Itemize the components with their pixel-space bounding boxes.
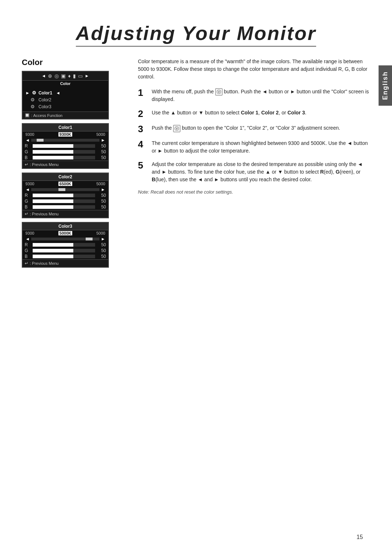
osd-icon-2: ◎: [54, 73, 59, 79]
color2-g-bar: [33, 199, 95, 203]
osd-item-color1: ► ⚙ Color1 ◄: [25, 89, 105, 96]
color3-r-val: 50: [98, 242, 106, 247]
color2-slider-row: ◄ ►: [23, 187, 108, 193]
color2-b-bar: [33, 205, 95, 209]
color3-b-val: 50: [98, 254, 106, 259]
color3-right-arrow: ►: [101, 236, 105, 242]
color3-g-bar: [33, 249, 95, 252]
color1-b-val: 50: [98, 155, 106, 160]
osd-icon-6: ▭: [78, 73, 83, 79]
color2-temp-right: 5000: [97, 182, 105, 186]
color3-g-val: 50: [98, 248, 106, 253]
prev-menu-icon1: ↵: [25, 162, 28, 167]
color1-r-val: 50: [98, 143, 106, 149]
color1-r-label: R: [25, 143, 30, 149]
osd-icon-1: ⊕: [48, 73, 52, 79]
color1-slider-block: [37, 139, 44, 142]
osd-item-icon2: ⚙: [30, 97, 35, 102]
color1-prev-menu: ↵ : Previous Menu: [23, 161, 108, 168]
color1-g-label: G: [25, 149, 30, 154]
section-title: Color: [22, 58, 123, 67]
english-tab: English: [379, 65, 392, 106]
prev-menu-label1: : Previous Menu: [30, 162, 58, 167]
color3-box: Color3 9300 5000K 5000 ◄ ► R 50: [22, 222, 109, 268]
step-3-text: Push the ⓥ button to open the "Color 1",…: [152, 124, 340, 132]
osd-right-arrow: ►: [85, 73, 89, 78]
color1-r-bar: [33, 144, 95, 148]
color2-g-label: G: [25, 199, 30, 204]
step-1: 1 With the menu off, push the ⓥ button. …: [138, 88, 370, 103]
access-fn-icon: 🔲: [25, 113, 30, 118]
color3-b-row: B 50: [23, 254, 108, 259]
color2-r-label: R: [25, 193, 30, 198]
prev-menu-label2: : Previous Menu: [30, 212, 58, 216]
osd-left-arrow: ◄: [42, 73, 46, 78]
color2-title: Color2: [23, 173, 108, 181]
color1-b-row: B 50: [23, 155, 108, 161]
color2-b-label: B: [25, 204, 30, 210]
color3-title: Color3: [23, 223, 108, 230]
color3-slider-row: ◄ ►: [23, 236, 108, 242]
steps-list: 1 With the menu off, push the ⓥ button. …: [138, 88, 370, 183]
color1-slider-track: [31, 139, 99, 142]
color3-b-bar: [33, 255, 95, 258]
color1-g-row: G 50: [23, 149, 108, 155]
color2-left-arrow: ◄: [25, 187, 30, 192]
color1-temp-left: 9300: [25, 132, 34, 137]
color2-b-row: B 50: [23, 204, 108, 210]
color1-temp-mid: 9300K: [58, 132, 72, 137]
prev-menu-icon2: ↵: [25, 211, 28, 216]
left-panel: Color ◄ ⊕ ◎ ▣ ♦ ▮ ▭ ► Color Color ► ⚙: [22, 58, 123, 271]
osd-icon-5: ▮: [73, 73, 76, 79]
color1-box: Color1 9300 9300K 5000 ◄ ► R 50: [22, 123, 109, 169]
color1-g-val: 50: [98, 149, 106, 154]
step-5-text: Adjust the color temperature as close to…: [152, 161, 370, 183]
step-3-number: 3: [138, 124, 147, 134]
color1-right-arrow: ►: [101, 138, 105, 143]
osd-access-fn: 🔲 : Access Function: [23, 112, 108, 119]
color1-b-label: B: [25, 155, 30, 160]
color3-slider-track: [31, 238, 99, 240]
step-2: 2 Use the ▲ button or ▼ button to select…: [138, 109, 370, 118]
osd-icon-4: ♦: [68, 73, 70, 79]
step-4: 4 The current color temperature is shown…: [138, 139, 370, 155]
color3-temp-right: 5000: [97, 231, 105, 235]
color3-r-label: R: [25, 242, 30, 247]
step-4-text: The current color temperature is shown h…: [152, 139, 370, 155]
color3-temps: 9300 5000K 5000: [23, 230, 108, 236]
color3-prev-menu: ↵ : Previous Menu: [23, 259, 108, 267]
color3-b-label: B: [25, 254, 30, 259]
osd-item-right-arrow: ◄: [56, 90, 60, 96]
enter-button-icon2: ⓥ: [173, 125, 180, 132]
step-1-text: With the menu off, push the ⓥ button. Pu…: [152, 88, 370, 103]
step-4-number: 4: [138, 139, 147, 149]
osd-item-icon: ⚙: [32, 90, 36, 96]
color3-g-row: G 50: [23, 248, 108, 254]
color1-r-row: R 50: [23, 143, 108, 149]
color2-g-val: 50: [98, 199, 106, 204]
color2-b-val: 50: [98, 204, 106, 210]
color3-g-label: G: [25, 248, 30, 253]
osd-icon-3: ▣: [61, 73, 66, 79]
step-2-text: Use the ▲ button or ▼ button to select C…: [152, 109, 306, 117]
color2-slider-track: [31, 188, 99, 191]
color1-temps: 9300 9300K 5000: [23, 131, 108, 137]
color2-temp-mid: 6500K: [58, 182, 72, 186]
osd-item-label3: Color3: [38, 104, 51, 109]
right-panel: Color temperature is a measure of the "w…: [138, 58, 370, 271]
color1-slider-row: ◄ ►: [23, 137, 108, 143]
osd-item-color3: ⚙ Color3: [25, 103, 105, 110]
color2-prev-menu: ↵ : Previous Menu: [23, 210, 108, 218]
osd-item-icon3: ⚙: [30, 104, 35, 109]
page-title: Adjusting Your Monitor: [76, 22, 317, 47]
color2-right-arrow: ►: [101, 187, 105, 192]
osd-main-box: ◄ ⊕ ◎ ▣ ♦ ▮ ▭ ► Color Color ► ⚙ Color1 ◄: [22, 71, 109, 119]
page-title-section: Adjusting Your Monitor: [0, 22, 392, 47]
step-5-number: 5: [138, 161, 147, 170]
color1-g-bar: [33, 150, 95, 154]
color2-g-row: G 50: [23, 198, 108, 204]
step-5: 5 Adjust the color temperature as close …: [138, 161, 370, 183]
osd-item-label2: Color2: [38, 97, 51, 102]
color1-left-arrow: ◄: [25, 138, 30, 143]
color3-r-bar: [33, 243, 95, 247]
